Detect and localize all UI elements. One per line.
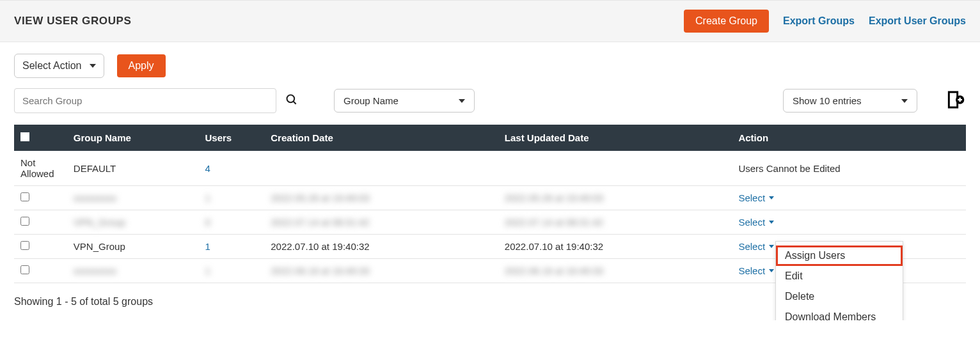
export-user-groups-link[interactable]: Export User Groups [869, 15, 966, 27]
cell-users: 1 [198, 186, 264, 210]
search-icon [285, 93, 298, 106]
caret-down-icon [769, 269, 774, 272]
cell-users: 1 [198, 259, 264, 283]
cell-creation-date: 2022.06.16 at 16:49:33 [264, 259, 498, 283]
chevron-down-icon [459, 99, 465, 103]
cell-updated-date [498, 151, 732, 186]
action-dropdown-menu: Assign UsersEditDeleteDownload Members [775, 241, 903, 320]
row-checkbox[interactable] [20, 192, 29, 201]
group-name-dropdown[interactable]: Group Name [334, 89, 475, 113]
entries-label: Show 10 entries [793, 95, 862, 106]
cell-users: 1 [198, 235, 264, 259]
cell-updated-date: 2022.07.14 at 08:31:42 [498, 210, 732, 235]
col-header-action: Action [732, 125, 966, 151]
cell-users: 4 [198, 151, 264, 186]
svg-point-0 [287, 95, 295, 103]
chevron-down-icon [901, 99, 908, 103]
cell-action: Select [732, 210, 966, 235]
row-action-select[interactable]: Select [738, 192, 774, 203]
group-name-label: Group Name [344, 95, 399, 106]
caret-down-icon [769, 245, 774, 248]
filter-row: Group Name Show 10 entries [0, 83, 980, 125]
row-chk-text: Not Allowed [14, 151, 67, 186]
cell-users: 0 [198, 210, 264, 235]
row-action-select[interactable]: Select [738, 265, 774, 276]
users-link[interactable]: 1 [205, 265, 210, 276]
cell-creation-date: 2022.07.14 at 08:31:42 [264, 210, 498, 235]
chevron-down-icon [90, 64, 96, 68]
apply-button[interactable]: Apply [117, 54, 166, 77]
row-checkbox[interactable] [20, 265, 29, 274]
menu-item[interactable]: Edit [776, 266, 903, 286]
menu-item[interactable]: Delete [776, 286, 903, 307]
table-row: xxxxxxxxx12022.05.26 at 19:49:032022.05.… [14, 186, 966, 210]
users-link[interactable]: 1 [205, 241, 210, 252]
select-action-label: Select Action [22, 60, 82, 72]
header-bar: VIEW USER GROUPS Create Group Export Gro… [0, 0, 980, 42]
cell-action: Users Cannot be Edited [732, 151, 966, 186]
row-action-select[interactable]: Select [738, 241, 774, 252]
create-group-button[interactable]: Create Group [684, 10, 769, 33]
col-header-users: Users [198, 125, 264, 151]
caret-down-icon [769, 196, 774, 199]
col-header-creation: Creation Date [264, 125, 498, 151]
search-wrap [14, 88, 298, 113]
menu-item[interactable]: Download Members [776, 307, 903, 320]
toolbar: Select Action Apply [0, 42, 980, 83]
caret-down-icon [769, 221, 774, 224]
add-column-button[interactable] [945, 90, 966, 112]
col-header-checkbox [14, 125, 67, 151]
header-checkbox[interactable] [20, 132, 29, 141]
users-link[interactable]: 0 [205, 217, 210, 228]
search-input[interactable] [14, 88, 276, 113]
cell-group-name: DEFAULT [67, 151, 199, 186]
row-checkbox[interactable] [20, 241, 29, 250]
cell-group-name: VPN_Group [67, 235, 199, 259]
search-button[interactable] [285, 93, 298, 108]
export-groups-link[interactable]: Export Groups [783, 15, 855, 27]
table-row: VPN_Group02022.07.14 at 08:31:422022.07.… [14, 210, 966, 235]
select-action-dropdown[interactable]: Select Action [14, 54, 104, 78]
cell-updated-date: 2022.05.26 at 19:49:03 [498, 186, 732, 210]
row-checkbox[interactable] [20, 217, 29, 226]
page-title: VIEW USER GROUPS [14, 15, 131, 27]
users-link[interactable]: 1 [205, 192, 210, 203]
cell-group-name: xxxxxxxxx [67, 259, 199, 283]
row-action-select[interactable]: Select [738, 217, 774, 228]
users-link[interactable]: 4 [205, 163, 210, 174]
table-row: Not AllowedDEFAULT4Users Cannot be Edite… [14, 151, 966, 186]
cell-group-name: xxxxxxxxx [67, 186, 199, 210]
cell-updated-date: 2022.06.16 at 16:49:33 [498, 259, 732, 283]
cell-group-name: VPN_Group [67, 210, 199, 235]
svg-line-1 [294, 102, 296, 104]
cell-creation-date: 2022.07.10 at 19:40:32 [264, 235, 498, 259]
header-actions: Create Group Export Groups Export User G… [684, 10, 966, 33]
menu-item[interactable]: Assign Users [776, 245, 903, 266]
col-header-name: Group Name [67, 125, 199, 151]
cell-creation-date [264, 151, 498, 186]
col-header-updated: Last Updated Date [498, 125, 732, 151]
entries-dropdown[interactable]: Show 10 entries [783, 89, 917, 113]
table-wrap: Group Name Users Creation Date Last Upda… [14, 125, 966, 283]
cell-action: Select [732, 186, 966, 210]
cell-updated-date: 2022.07.10 at 19:40:32 [498, 235, 732, 259]
cell-creation-date: 2022.05.26 at 19:49:03 [264, 186, 498, 210]
add-column-icon [945, 90, 966, 110]
